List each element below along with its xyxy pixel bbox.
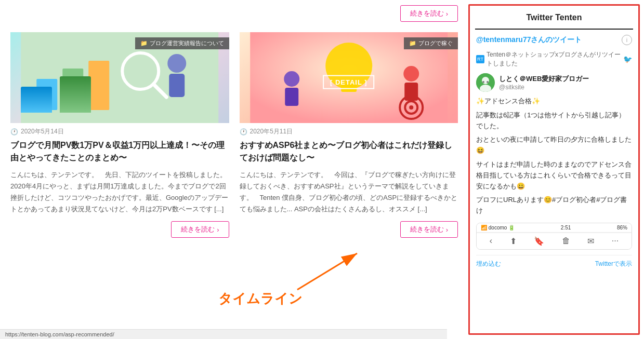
article-category-text-1: ブログ運営実績報告について [150, 39, 224, 47]
clock-icon-1: 🕐 [10, 128, 18, 135]
svg-point-21 [482, 77, 489, 84]
article-date-1: 🕐 2020年5月14日 [10, 127, 229, 136]
article-date-text-1: 2020年5月14日 [21, 127, 64, 136]
page-wrapper: 続きを読む › [0, 0, 644, 339]
tweeter-info: しとく＠WEB愛好家ブロガー @sitksite [476, 73, 632, 92]
phone-carrier: docomo [489, 225, 507, 230]
tweet-line-5: プロフにURLあります😊#ブログ初心者#ブログ書け [476, 195, 632, 216]
twitter-view-text: Twitterで表示 [595, 260, 632, 267]
tweet-line-2: 記事数は6記事（1つは他サイトから引越し記事）でした。 [476, 110, 632, 132]
article-read-more-label-2: 続きを読む [410, 225, 444, 234]
tweet-line-1: ✨アドセンス合格✨ [476, 96, 632, 107]
delete-icon[interactable]: 🗑 [562, 236, 570, 246]
article-read-more-button-2[interactable]: 続きを読む › [400, 221, 458, 238]
article-card-1: 📁 ブログ運営実績報告について 🕐 2020年5月14日 ブログで月間PV数1万… [10, 32, 229, 238]
twitter-view-link[interactable]: Twitterで表示 [595, 260, 632, 268]
sidebar: Twitter Tenten @tentenmaru77さんのツイート i RT… [468, 4, 640, 335]
article-date-text-2: 2020年5月11日 [250, 127, 293, 136]
article-title-2: おすすめASP6社まとめ〜ブログ初心者はこれだけ登録しておけば問題なし〜 [240, 139, 458, 164]
bookmark-icon[interactable]: 🔖 [534, 236, 544, 246]
article-excerpt-2: こんにちは、テンテンです。 今回は、『ブログで稼ぎたい方向けに登録しておくべき、… [240, 169, 458, 215]
twitter-widget: @tentenmaru77さんのツイート i RT Tenten＠ネットショップ… [470, 30, 638, 333]
folder-icon-2: 📁 [409, 40, 416, 47]
svg-line-19 [297, 253, 357, 290]
tweet-text-0: ✨アドセンス合格✨ [476, 97, 540, 105]
phone-screenshot: 📶 docomo 🔋 2:51 86% ‹ ⬆ 🔖 🗑 ✉ ··· [476, 223, 632, 250]
tweeter-handle: @sitksite [499, 84, 589, 91]
article-read-more-label-1: 続きを読む [181, 225, 215, 234]
svg-rect-3 [88, 61, 109, 110]
top-read-more-arrow: › [446, 10, 448, 18]
svg-point-6 [167, 54, 186, 73]
folder-icon-1: 📁 [140, 40, 148, 47]
mail-icon[interactable]: ✉ [587, 236, 594, 246]
phone-battery: 86% [617, 225, 627, 230]
tweet-text-4: プロフにURLあります😊#ブログ初心者#ブログ書け [476, 196, 627, 214]
tweet-account: @tentenmaru77さんのツイート [476, 35, 582, 45]
article-date-2: 🕐 2020年5月11日 [240, 127, 458, 136]
article-image-2: [ DETAIL ] 📁 ブログで稼ぐ [240, 32, 458, 123]
tweet-text-3: サイトはまだ申請した時のままなのでアドセンス合格目指している方はこれくらいで合格… [476, 160, 632, 190]
article-image-1: 📁 ブログ運営実績報告について [10, 32, 229, 123]
status-bar: https://tenten-blog.com/asp-recommended/ [0, 329, 447, 339]
status-url: https://tenten-blog.com/asp-recommended/ [5, 331, 114, 337]
tweet-line-4: サイトはまだ申請した時のままなのでアドセンス合格目指している方はこれくらいで合格… [476, 159, 632, 192]
main-content: 続きを読む › [0, 0, 468, 339]
svg-rect-1 [36, 79, 57, 110]
retweet-text: Tenten＠ネットショップxブログさんがリツイートしました [487, 50, 621, 68]
svg-point-23 [482, 81, 484, 83]
article-category-badge-2: 📁 ブログで稼ぐ [404, 37, 458, 49]
svg-point-24 [487, 81, 489, 83]
article-read-more-1: 続きを読む › [10, 221, 229, 238]
detail-label: [ DETAIL ] [323, 75, 375, 89]
article-read-more-button-1[interactable]: 続きを読む › [171, 221, 229, 238]
article-category-text-2: ブログで稼ぐ [418, 39, 453, 47]
sidebar-title: Twitter Tenten [475, 13, 633, 22]
svg-point-17 [409, 105, 413, 110]
article-card-2: [ DETAIL ] 📁 ブログで稼ぐ 🕐 2020年5月11日 おすすめASP… [240, 32, 458, 238]
back-icon[interactable]: ‹ [490, 236, 492, 246]
tweet-header: @tentenmaru77さんのツイート i [476, 35, 632, 45]
article-title-1: ブログで月間PV数1万PV＆収益1万円以上達成！〜その理由とやってきたことのまと… [10, 139, 229, 164]
info-text: i [626, 37, 627, 43]
retweet-notice: RT Tenten＠ネットショップxブログさんがリツイートしました 🐦 [476, 50, 632, 68]
tweet-footer: 埋め込む Twitterで表示 [476, 255, 632, 273]
article-read-more-2: 続きを読む › [240, 221, 458, 238]
article-category-badge-1: 📁 ブログ運営実績報告について [135, 37, 229, 49]
detail-text: [ DETAIL ] [330, 78, 367, 86]
top-read-more-label: 続きを読む [410, 9, 444, 18]
phone-actions: ‹ ⬆ 🔖 🗑 ✉ ··· [477, 233, 632, 249]
svg-rect-12 [285, 88, 298, 106]
tweeter-avatar [476, 73, 495, 92]
svg-rect-2 [62, 69, 83, 110]
svg-point-11 [284, 71, 299, 87]
more-icon[interactable]: ··· [612, 236, 619, 246]
article-read-more-arrow-2: › [446, 226, 448, 234]
tweeter-name: しとく＠WEB愛好家ブロガー [499, 74, 589, 84]
info-icon[interactable]: i [622, 35, 632, 45]
phone-status-bar: 📶 docomo 🔋 2:51 86% [477, 223, 632, 233]
svg-point-13 [403, 66, 419, 82]
arrow-svg [292, 248, 365, 295]
phone-signal-icon: 📶 docomo 🔋 [481, 225, 515, 230]
sidebar-title-box: Twitter Tenten [475, 6, 633, 30]
tweet-text-1: 記事数は6記事（1つは他サイトから引越し記事）でした。 [476, 111, 625, 130]
top-read-more-button[interactable]: 続きを読む › [400, 5, 458, 22]
phone-time: 2:51 [561, 225, 571, 230]
tweet-text-2: おとといの夜に申請して昨日の夕方に合格しました😆 [476, 135, 632, 154]
embed-link[interactable]: 埋め込む [476, 260, 501, 268]
clock-icon-2: 🕐 [240, 128, 247, 135]
rt-icon: RT [476, 55, 484, 63]
twitter-bird-icon: 🐦 [623, 55, 632, 63]
top-read-more-area: 続きを読む › [10, 0, 458, 30]
article-read-more-arrow-1: › [217, 226, 219, 234]
article-excerpt-1: こんにちは、テンテンです。 先日、下記のツイートを投稿しました。 2020年4月… [10, 169, 229, 215]
arrow-annotation: タイムライン [218, 290, 303, 308]
svg-rect-7 [169, 74, 185, 97]
tweeter-name-box: しとく＠WEB愛好家ブロガー @sitksite [499, 74, 589, 91]
tweet-line-3: おとといの夜に申請して昨日の夕方に合格しました😆 [476, 134, 632, 156]
arrow-label: タイムライン [218, 290, 303, 308]
avatar-svg [476, 73, 495, 92]
share-icon[interactable]: ⬆ [510, 236, 517, 246]
articles-grid: 📁 ブログ運営実績報告について 🕐 2020年5月14日 ブログで月間PV数1万… [10, 32, 458, 238]
